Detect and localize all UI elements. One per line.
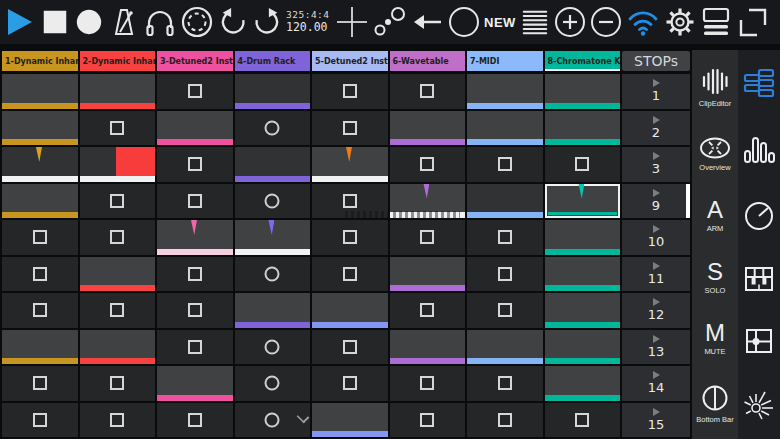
- transport-position[interactable]: 325:4:4 120.00: [286, 10, 332, 34]
- clip-stop-slot[interactable]: [467, 293, 543, 328]
- headphones-button[interactable]: [144, 6, 176, 38]
- scene-button[interactable]: 1: [622, 74, 690, 109]
- clip-stop-slot[interactable]: [312, 111, 388, 146]
- clip-slot[interactable]: [2, 111, 78, 146]
- clip-slot[interactable]: [467, 74, 543, 109]
- clip-slot[interactable]: [2, 330, 78, 365]
- track-header[interactable]: 8-Chromatone Kit: [545, 51, 621, 71]
- clip-stop-slot[interactable]: [2, 366, 78, 401]
- clip-slot[interactable]: [390, 330, 466, 365]
- new-button[interactable]: NEW: [484, 15, 516, 30]
- scene-button[interactable]: 3: [622, 147, 690, 182]
- layers-button[interactable]: [700, 6, 732, 38]
- clip-stop-slot[interactable]: [312, 330, 388, 365]
- playing-clip-slot[interactable]: [80, 147, 156, 182]
- overview-button[interactable]: Overview: [698, 135, 732, 172]
- clip-stop-slot[interactable]: [312, 366, 388, 401]
- clip-stop-slot[interactable]: [157, 293, 233, 328]
- clip-stop-slot[interactable]: [312, 184, 388, 219]
- bottom-bar-button[interactable]: Bottom Bar: [696, 383, 734, 424]
- clip-stop-slot[interactable]: [2, 220, 78, 255]
- record-slot[interactable]: [235, 111, 311, 146]
- track-header[interactable]: 1-Dynamic Inharmonics: [2, 51, 78, 71]
- clip-stop-slot[interactable]: [545, 147, 621, 182]
- clip-stop-slot[interactable]: [2, 257, 78, 292]
- clip-slot[interactable]: [390, 111, 466, 146]
- clip-slot[interactable]: [235, 74, 311, 109]
- arm-button[interactable]: A ARM: [707, 198, 724, 233]
- clip-stop-slot[interactable]: [390, 403, 466, 438]
- clip-slot[interactable]: [467, 111, 543, 146]
- record-slot[interactable]: [235, 366, 311, 401]
- clip-stop-slot[interactable]: [390, 366, 466, 401]
- record-button[interactable]: [74, 6, 104, 38]
- clip-slot[interactable]: [2, 184, 78, 219]
- clip-slot[interactable]: [312, 403, 388, 438]
- clip-stop-slot[interactable]: [467, 366, 543, 401]
- scene-button[interactable]: 2: [622, 111, 690, 146]
- playing-clip-slot[interactable]: [2, 147, 78, 182]
- clip-slot[interactable]: [467, 330, 543, 365]
- solo-button[interactable]: S SOLO: [705, 260, 726, 295]
- list-button[interactable]: [520, 6, 550, 38]
- record-slot[interactable]: [235, 330, 311, 365]
- clip-slot[interactable]: [545, 74, 621, 109]
- stops-header[interactable]: STOPs: [622, 51, 690, 71]
- clips-view-button[interactable]: [742, 67, 776, 101]
- undo-button[interactable]: [218, 6, 248, 38]
- playing-clip-slot[interactable]: [235, 220, 311, 255]
- clip-stop-slot[interactable]: [2, 403, 78, 438]
- clip-slot[interactable]: [235, 293, 311, 328]
- record-slot[interactable]: [235, 257, 311, 292]
- clip-slot[interactable]: [545, 257, 621, 292]
- clip-slot[interactable]: [390, 257, 466, 292]
- redo-button[interactable]: [252, 6, 282, 38]
- clip-stop-slot[interactable]: [390, 74, 466, 109]
- playing-clip-slot[interactable]: [157, 220, 233, 255]
- mute-button[interactable]: M MUTE: [704, 321, 725, 356]
- add-crosshair-button[interactable]: [336, 5, 368, 39]
- clip-slot[interactable]: [2, 74, 78, 109]
- clip-stop-slot[interactable]: [390, 147, 466, 182]
- clip-slot[interactable]: [157, 111, 233, 146]
- clip-stop-slot[interactable]: [545, 403, 621, 438]
- scene-button[interactable]: 14: [622, 366, 690, 401]
- scene-button[interactable]: 12: [622, 293, 690, 328]
- rays-button[interactable]: [742, 388, 776, 422]
- clip-stop-slot[interactable]: [157, 330, 233, 365]
- back-arrow-button[interactable]: [412, 6, 444, 38]
- record-slot[interactable]: [235, 403, 311, 438]
- knob-button[interactable]: [743, 200, 775, 232]
- clip-slot[interactable]: [467, 184, 543, 219]
- clip-stop-slot[interactable]: [390, 293, 466, 328]
- wifi-button[interactable]: [626, 6, 660, 38]
- clip-stop-slot[interactable]: [467, 257, 543, 292]
- mixer-button[interactable]: [742, 134, 776, 166]
- zoom-out-button[interactable]: [590, 6, 622, 38]
- clip-stop-slot[interactable]: [157, 147, 233, 182]
- clip-stop-slot[interactable]: [390, 220, 466, 255]
- track-header[interactable]: 2-Dynamic Inharmonics: [80, 51, 156, 71]
- clip-slot[interactable]: [545, 293, 621, 328]
- record-slot[interactable]: [235, 184, 311, 219]
- clip-stop-slot[interactable]: [80, 366, 156, 401]
- clip-stop-slot[interactable]: [80, 293, 156, 328]
- clip-stop-slot[interactable]: [467, 403, 543, 438]
- clip-slot[interactable]: [80, 74, 156, 109]
- clip-slot[interactable]: [545, 220, 621, 255]
- clip-stop-slot[interactable]: [312, 220, 388, 255]
- clip-slot[interactable]: [235, 147, 311, 182]
- clip-stop-slot[interactable]: [80, 184, 156, 219]
- settings-button[interactable]: [664, 6, 696, 38]
- clip-stop-slot[interactable]: [157, 74, 233, 109]
- clip-slot[interactable]: [312, 293, 388, 328]
- track-header[interactable]: 6-Wavetable: [390, 51, 466, 71]
- playing-clip-slot[interactable]: [390, 184, 466, 219]
- clip-slot[interactable]: [80, 330, 156, 365]
- circle-button[interactable]: [448, 6, 480, 38]
- clip-stop-slot[interactable]: [80, 220, 156, 255]
- track-header[interactable]: 5-Detuned2 Instable: [312, 51, 388, 71]
- clip-stop-slot[interactable]: [467, 220, 543, 255]
- playing-clip-slot[interactable]: [312, 147, 388, 182]
- clip-stop-slot[interactable]: [312, 74, 388, 109]
